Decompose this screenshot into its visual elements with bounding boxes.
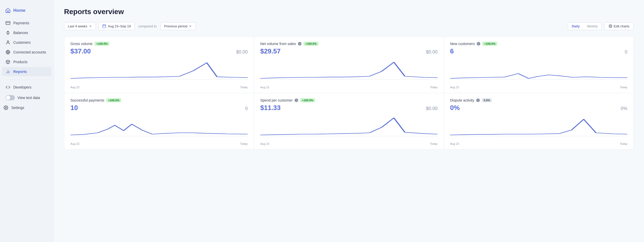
chevron-down-icon: [89, 25, 92, 28]
box-icon: [6, 60, 10, 64]
chart-date-start: Aug 23: [70, 86, 79, 89]
chart-value-main: 6: [450, 47, 454, 55]
main-content: Reports overview Last 4 weeks Aug 23–Sep…: [54, 0, 644, 242]
charts-grid: Gross volume +100.0% $37.00 $0.00 Aug 23…: [64, 36, 634, 150]
page-title: Reports overview: [64, 8, 634, 16]
chart-badge: 0.0%: [482, 98, 492, 102]
svg-rect-11: [103, 25, 106, 28]
chart-header: Successful payments +100.0%: [70, 98, 248, 102]
chart-header: Gross volume +100.0%: [70, 42, 248, 46]
date-range-button[interactable]: Aug 23–Sep 19: [98, 22, 135, 30]
chart-value-main: 10: [70, 104, 78, 112]
chart-svg-area: [260, 57, 438, 85]
sidebar-item-developers[interactable]: Developers: [2, 83, 51, 92]
chart-badge: +100.0%: [482, 42, 497, 46]
sidebar-item-label: Developers: [13, 85, 32, 89]
chart-badge: +100.0%: [304, 42, 318, 46]
chart-card-spend-per-customer: Spend per customer i +100.0% $11.33 $0.0…: [254, 93, 444, 149]
chart-value-main: 0%: [450, 104, 460, 112]
sidebar-item-settings[interactable]: Settings: [0, 103, 54, 112]
sidebar-item-connected-accounts[interactable]: Connected accounts: [2, 48, 51, 57]
chart-svg-area: [450, 114, 627, 141]
home-logo[interactable]: Home: [0, 5, 54, 18]
svg-point-3: [7, 41, 9, 42]
sidebar-item-label: Customers: [13, 40, 31, 45]
chart-badge: +100.0%: [95, 42, 109, 46]
chart-date-end: Today: [620, 86, 627, 89]
info-icon: i: [298, 42, 302, 46]
chart-date-end: Today: [240, 86, 248, 89]
daily-toggle-button[interactable]: Daily: [568, 23, 583, 30]
calendar-icon: [102, 24, 106, 28]
sidebar-item-label: Payments: [13, 21, 29, 25]
chart-card-successful-payments: Successful payments +100.0% 10 0 Aug 23 …: [64, 93, 254, 149]
chart-badge: +100.0%: [106, 98, 121, 102]
chart-badge: +100.0%: [300, 98, 315, 102]
chart-card-new-customers: New customers i +100.0% 6 0 Aug 23 Today: [444, 37, 633, 93]
chart-footer: Aug 23 Today: [70, 86, 248, 89]
weekly-toggle-button[interactable]: Weekly: [583, 23, 601, 30]
svg-point-15: [610, 26, 611, 27]
svg-rect-0: [6, 21, 10, 25]
sidebar-item-products[interactable]: Products: [2, 57, 51, 67]
settings-icon: [4, 105, 8, 110]
chart-svg-area: [70, 114, 248, 141]
chart-value-secondary: $0.00: [236, 49, 248, 55]
chart-values: 0% 0%: [450, 104, 627, 112]
sidebar-item-label: Balances: [13, 31, 28, 35]
compared-to-label: compared to: [138, 24, 157, 28]
globe-icon: [6, 50, 10, 54]
sidebar-item-reports[interactable]: Reports: [2, 67, 51, 76]
info-icon: i: [476, 98, 480, 102]
card-icon: [6, 21, 10, 25]
chart-svg-area: [70, 57, 248, 85]
chart-value-secondary: 0%: [621, 106, 627, 111]
edit-charts-button[interactable]: Edit charts: [604, 22, 634, 30]
chart-footer: Aug 23 Today: [450, 142, 627, 145]
svg-point-10: [5, 107, 7, 108]
chart-footer: Aug 23 Today: [450, 86, 627, 89]
chart-values: $11.33 $0.00: [260, 104, 438, 112]
chart-value-main: $37.00: [70, 47, 91, 55]
chart-values: 6 0: [450, 47, 627, 55]
chart-values: $37.00 $0.00: [70, 47, 248, 55]
chart-card-dispute-activity: Dispute activity i 0.0% 0% 0% Aug 23 Tod…: [444, 93, 633, 149]
period-label: Last 4 weeks: [68, 24, 87, 28]
view-test-data-toggle-row[interactable]: View test data: [0, 93, 54, 103]
chart-value-main: $29.57: [260, 47, 281, 55]
chart-card-gross-volume: Gross volume +100.0% $37.00 $0.00 Aug 23…: [64, 37, 254, 93]
chart-title: New customers: [450, 42, 475, 46]
chart-value-secondary: 0: [625, 49, 627, 55]
chart-date-start: Aug 23: [260, 142, 269, 145]
chart-values: 10 0: [70, 104, 248, 112]
gear-icon: [609, 24, 612, 28]
chart-title: Successful payments: [70, 98, 104, 102]
chart-date-end: Today: [430, 86, 438, 89]
chart-svg: [70, 114, 248, 137]
chart-value-secondary: 0: [245, 106, 248, 111]
period-selector-button[interactable]: Last 4 weeks: [64, 22, 96, 30]
chart-title: Net volume from sales: [260, 42, 296, 46]
info-icon: i: [295, 98, 298, 102]
code-icon: [6, 85, 10, 90]
sidebar-item-balances[interactable]: Balances: [2, 28, 51, 37]
sidebar-item-label: Products: [13, 60, 27, 64]
view-test-data-toggle[interactable]: [6, 95, 15, 100]
toolbar: Last 4 weeks Aug 23–Sep 19 compared to P…: [64, 22, 634, 30]
info-icon: i: [477, 42, 480, 46]
person-icon: [6, 40, 10, 45]
chart-svg-area: [260, 114, 438, 141]
chart-date-start: Aug 23: [70, 142, 79, 145]
previous-period-label: Previous period: [164, 24, 187, 28]
chart-date-end: Today: [620, 142, 627, 145]
previous-period-button[interactable]: Previous period: [160, 22, 196, 30]
chart-footer: Aug 23 Today: [260, 142, 438, 145]
balance-icon: [6, 30, 10, 35]
chart-footer: Aug 23 Today: [70, 142, 248, 145]
sidebar-item-label: Reports: [13, 70, 27, 74]
sidebar-item-payments[interactable]: Payments: [2, 18, 51, 28]
chart-date-end: Today: [240, 142, 248, 145]
chart-svg: [260, 114, 438, 137]
chart-header: Spend per customer i +100.0%: [260, 98, 438, 102]
sidebar-item-customers[interactable]: Customers: [2, 38, 51, 47]
